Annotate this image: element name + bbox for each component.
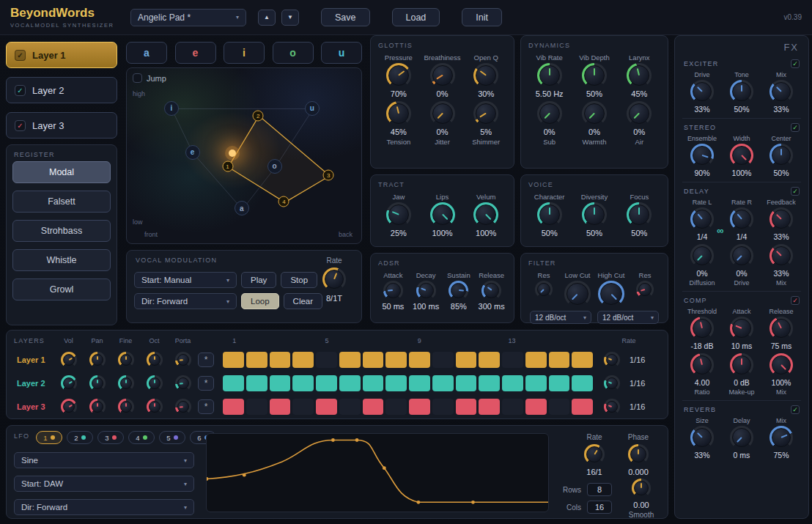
- release-knob[interactable]: [481, 281, 501, 300]
- step-cell[interactable]: [316, 399, 337, 415]
- vowel-button-e[interactable]: e: [175, 42, 216, 64]
- step-cell[interactable]: [363, 399, 384, 415]
- fx-stereo-enable-checkbox[interactable]: ✓: [791, 123, 800, 132]
- step-cell[interactable]: [572, 375, 593, 391]
- step-cell[interactable]: [479, 375, 500, 391]
- step-cell[interactable]: [316, 352, 337, 368]
- step-cell[interactable]: [479, 352, 500, 368]
- fx-reverb-enable-checkbox[interactable]: ✓: [791, 405, 800, 414]
- step-cell[interactable]: [409, 375, 430, 391]
- knob-knob[interactable]: [118, 399, 134, 415]
- preset-prev-button[interactable]: ▲: [258, 10, 276, 26]
- step-cell[interactable]: [572, 352, 593, 368]
- lips-knob[interactable]: [430, 202, 455, 227]
- step-cell[interactable]: [409, 352, 430, 368]
- lfo-slot-4[interactable]: 4: [128, 431, 155, 444]
- step-cell[interactable]: [525, 375, 547, 391]
- step-cell[interactable]: [223, 399, 244, 415]
- mix-knob[interactable]: [769, 353, 793, 377]
- layer-button-layer-1[interactable]: ✓Layer 1: [6, 42, 117, 68]
- attack-knob[interactable]: [730, 317, 753, 340]
- fx-exciter-enable-checkbox[interactable]: ✓: [791, 59, 800, 68]
- step-cell[interactable]: [502, 352, 523, 368]
- step-cell[interactable]: [246, 399, 267, 415]
- step-cell[interactable]: [246, 375, 267, 391]
- step-cell[interactable]: [363, 352, 384, 368]
- knob-knob[interactable]: [61, 399, 77, 415]
- path-node-2[interactable]: 2: [253, 110, 264, 121]
- vowel-button-u[interactable]: u: [321, 42, 362, 64]
- path-node-1[interactable]: 1: [222, 160, 233, 171]
- register-growl[interactable]: Growl: [12, 278, 111, 300]
- step-cell[interactable]: [363, 375, 384, 391]
- step-cell[interactable]: [246, 352, 267, 368]
- sub-knob[interactable]: [537, 101, 562, 126]
- step-cell[interactable]: [223, 375, 244, 391]
- lfo-direction-select[interactable]: Dir: Forward ▾: [14, 499, 194, 515]
- step-cell[interactable]: [339, 375, 361, 391]
- fx-comp-enable-checkbox[interactable]: ✓: [791, 296, 800, 305]
- knob-knob[interactable]: [584, 444, 605, 465]
- vowel-marker-e[interactable]: e: [185, 145, 200, 160]
- step-cell[interactable]: [456, 375, 477, 391]
- vowel-button-a[interactable]: a: [126, 42, 167, 64]
- layer-button-layer-3[interactable]: ✓Layer 3: [6, 112, 117, 139]
- knob-knob[interactable]: [118, 375, 134, 391]
- knob-knob[interactable]: [89, 352, 106, 368]
- step-cell[interactable]: [339, 399, 361, 415]
- release-knob[interactable]: [769, 317, 793, 340]
- feedback-knob[interactable]: [769, 207, 793, 231]
- layer-checkbox[interactable]: ✓: [15, 120, 26, 131]
- diversity-knob[interactable]: [582, 202, 607, 227]
- step-cell[interactable]: [270, 352, 291, 368]
- step-cell[interactable]: [456, 352, 477, 368]
- knob-knob[interactable]: [61, 375, 77, 391]
- lfo-rows-value[interactable]: 8: [587, 483, 612, 496]
- layer-mod-button[interactable]: *: [198, 376, 214, 391]
- lfo-start-select[interactable]: Start: DAW ▾: [14, 476, 194, 492]
- mod-start-select[interactable]: Start: Manual ▾: [134, 272, 237, 288]
- mod-direction-select[interactable]: Dir: Forward ▾: [134, 293, 237, 309]
- xy-pad[interactable]: Jump high low front back iueoa1234: [126, 67, 362, 244]
- delay-knob[interactable]: [730, 426, 753, 449]
- attack-knob[interactable]: [383, 281, 403, 300]
- high-cut-knob[interactable]: [598, 281, 624, 307]
- knob-knob[interactable]: [61, 352, 77, 368]
- pressure-knob[interactable]: [386, 63, 411, 88]
- knob-knob[interactable]: [175, 375, 191, 391]
- path-node-4[interactable]: 4: [278, 196, 289, 207]
- step-cell[interactable]: [549, 352, 570, 368]
- knob-knob[interactable]: [628, 444, 649, 465]
- step-cell[interactable]: [292, 352, 314, 368]
- sustain-knob[interactable]: [449, 281, 468, 300]
- loop-button[interactable]: Loop: [241, 293, 279, 309]
- knob-knob[interactable]: [89, 399, 106, 415]
- lfo-wave-display[interactable]: [206, 433, 549, 512]
- threshold-knob[interactable]: [690, 317, 714, 340]
- register-whistle[interactable]: Whistle: [12, 249, 111, 271]
- layer-checkbox[interactable]: ✓: [15, 85, 26, 96]
- step-cell[interactable]: [270, 399, 291, 415]
- register-falsett[interactable]: Falsett: [12, 191, 111, 213]
- low-cut-knob[interactable]: [564, 281, 591, 307]
- load-button[interactable]: Load: [392, 8, 440, 26]
- step-cell[interactable]: [223, 352, 244, 368]
- drive-knob[interactable]: [730, 244, 753, 267]
- step-cell[interactable]: [385, 399, 407, 415]
- knob-knob[interactable]: [604, 399, 620, 415]
- step-cell[interactable]: [479, 399, 500, 415]
- step-cell[interactable]: [385, 352, 407, 368]
- knob-knob[interactable]: [147, 399, 163, 415]
- path-node-3[interactable]: 3: [323, 169, 334, 180]
- filter-slope-select[interactable]: 12 dB/oct▾: [597, 311, 659, 324]
- knob-knob[interactable]: [89, 375, 106, 391]
- vowel-marker-u[interactable]: u: [305, 101, 320, 116]
- filter-slope-select[interactable]: 12 dB/oct▾: [530, 311, 591, 324]
- vowel-button-i[interactable]: i: [224, 42, 265, 64]
- jitter-knob[interactable]: [430, 101, 455, 126]
- size-knob[interactable]: [690, 426, 714, 449]
- tone-knob[interactable]: [730, 80, 753, 103]
- step-cell[interactable]: [339, 352, 361, 368]
- ensemble-knob[interactable]: [690, 144, 714, 167]
- step-cell[interactable]: [525, 352, 547, 368]
